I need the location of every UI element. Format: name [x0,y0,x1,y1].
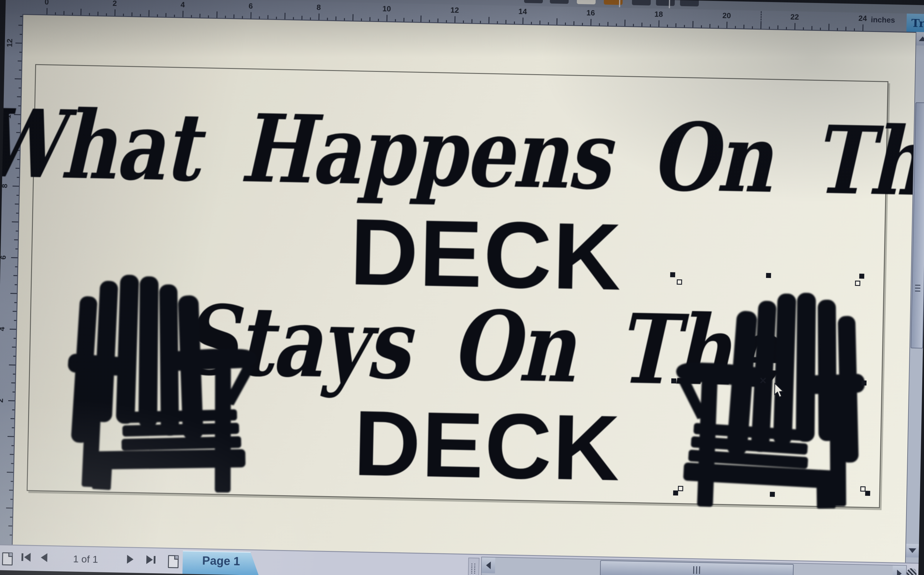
new-sheet-button[interactable] [168,555,179,568]
scroll-up-button[interactable] [916,32,924,46]
drawing-canvas[interactable]: What Happens On The DECK Stays On The DE… [13,15,916,563]
ruler-number: 6 [0,256,8,260]
horizontal-scroll-thumb[interactable] [600,560,794,575]
ruler-number: 4 [0,327,6,331]
toolbar-button-fragment-dark[interactable] [656,0,675,6]
triangle-left-icon [41,553,48,562]
rotation-handle[interactable] [677,280,682,285]
toolbar-separator [669,0,670,8]
selection-handle[interactable] [670,272,675,277]
first-page-button[interactable] [21,553,31,562]
bar-glyph [154,556,156,564]
rotation-handle[interactable] [855,281,861,286]
ruler-number: 12 [450,6,459,15]
thumb-grip-icon [699,566,701,574]
selection-handle[interactable] [770,492,775,497]
arrow-down-icon [908,548,916,553]
ruler-number: 14 [518,7,527,16]
thumb-grip-icon [915,291,920,291]
page-tab[interactable]: Page 1 [182,551,260,575]
selection-handle[interactable] [671,378,676,383]
selection-handle[interactable] [859,273,864,278]
photographed-screen: inches Tr 024681012141618202224 12108642… [0,0,924,575]
scroll-down-button[interactable] [906,544,919,558]
rotation-handle[interactable] [678,486,683,491]
arrow-up-icon [919,37,924,41]
triangle-right-icon [146,555,153,564]
arrow-left-icon [486,562,491,569]
rotation-handle[interactable] [860,486,865,491]
ruler-number: 20 [722,11,731,21]
ruler-number: 12 [5,39,14,48]
transform-corner-button-label: Tr [911,16,924,30]
page-tab-label: Page 1 [202,554,240,575]
sign-design-app-window: inches Tr 024681012141618202224 12108642… [0,0,924,575]
resize-grip-icon[interactable] [907,568,917,575]
ruler-number: 8 [317,3,321,12]
pane-splitter-handle[interactable] [468,558,479,575]
thumb-grip-icon [696,566,697,574]
ruler-number: 2 [113,0,117,8]
ruler-number: 10 [382,4,391,13]
toolbar-button-fragment-white[interactable] [577,0,596,5]
sheet-glyph [2,553,13,565]
toolbar-button-fragment-dark[interactable] [524,0,543,3]
bar-glyph [21,553,24,561]
snap-cross-mark [760,377,766,384]
thumb-grip-icon [915,288,920,289]
transform-corner-button[interactable]: Tr [907,13,924,32]
thumb-grip-icon [693,566,694,574]
selection-handle[interactable] [766,273,771,278]
ruler-number: 2 [0,398,5,403]
last-page-button[interactable] [146,555,156,564]
print-preview-icon[interactable] [2,553,13,567]
triangle-right-icon [127,555,134,564]
toolbar-button-fragment-dark[interactable] [550,0,569,4]
scroll-right-button[interactable] [892,565,906,575]
arrow-right-icon [897,570,902,575]
toolbar-button-fragment-dark[interactable] [632,0,651,6]
ruler-number: 16 [586,8,595,17]
scroll-left-button[interactable] [482,558,495,573]
thumb-grip-icon [915,285,921,286]
ruler-unit-label: inches [871,15,895,25]
toolbar-separator [619,0,620,7]
next-page-button[interactable] [127,555,134,564]
ruler-number: 4 [181,0,185,10]
mouse-cursor-arrow [773,383,786,398]
selection-handle[interactable] [673,491,678,496]
ruler-number: 22 [790,12,799,22]
toolbar-button-fragment-dark[interactable] [680,0,699,6]
selection-handle[interactable] [865,491,870,496]
ruler-number: 18 [654,10,663,19]
selection-handle[interactable] [862,380,867,385]
ruler-number: 24 [858,14,867,23]
triangle-left-icon [24,553,31,562]
ruler-number: 6 [249,2,253,11]
page-indicator: 1 of 1 [73,553,98,565]
selection-overlay [13,15,916,563]
previous-page-button[interactable] [41,553,48,562]
ruler-number: 0 [44,0,49,7]
